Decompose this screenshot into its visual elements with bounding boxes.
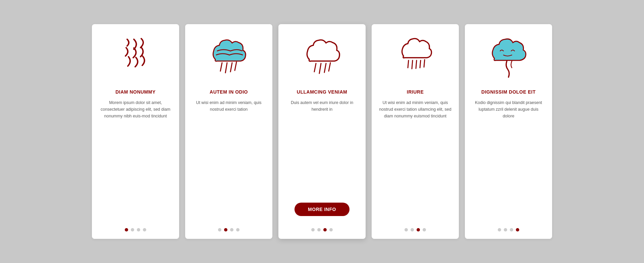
dot-active <box>323 228 327 231</box>
card-2-text: Ut wisi enim ad minim veniam, quis nostr… <box>193 99 265 221</box>
card-3-title: ULLAMCING VENIAM <box>297 89 347 95</box>
card-5: DIGNISSIM DOLOE EIT Kodio dignissim qui … <box>465 24 552 239</box>
svg-line-8 <box>408 60 409 68</box>
card-5-title: DIGNISSIM DOLOE EIT <box>481 89 536 95</box>
card-1-dots <box>125 228 146 231</box>
card-3-icon <box>302 34 342 81</box>
dot <box>329 228 333 231</box>
dot <box>218 228 221 231</box>
dot <box>504 228 507 231</box>
svg-line-5 <box>319 63 321 73</box>
svg-line-4 <box>314 63 316 72</box>
svg-line-12 <box>424 60 425 67</box>
svg-line-3 <box>235 62 236 70</box>
dot <box>411 228 414 231</box>
card-4-dots <box>405 228 426 231</box>
dot <box>230 228 233 231</box>
svg-line-10 <box>416 60 417 68</box>
card-5-text: Kodio dignissim qui blandit praesent lup… <box>472 99 545 221</box>
card-1-icon <box>115 34 156 81</box>
card-2-icon <box>209 34 249 81</box>
svg-line-9 <box>412 60 413 69</box>
dot-active <box>125 228 128 231</box>
card-3: ULLAMCING VENIAM Duis autem vel eum iriu… <box>278 24 366 239</box>
card-5-icon <box>488 34 529 81</box>
card-1-text: Morem ipsum dolor sit amet, consectetuer… <box>99 99 172 221</box>
card-4-title: IRIURE <box>407 89 424 95</box>
dot <box>236 228 239 231</box>
card-3-dots <box>311 228 333 231</box>
more-info-button[interactable]: MORE INFO <box>294 203 350 216</box>
card-2-title: AUTEM IN ODIO <box>210 89 248 95</box>
card-5-dots <box>498 228 519 231</box>
card-2: AUTEM IN ODIO Ut wisi enim ad minim veni… <box>185 24 272 239</box>
dot <box>510 228 513 231</box>
svg-line-6 <box>324 63 326 72</box>
dot-active <box>417 228 420 231</box>
dot <box>317 228 321 231</box>
dot <box>423 228 426 231</box>
dot-active <box>224 228 227 231</box>
dot <box>311 228 315 231</box>
cards-container: DIAM NONUMMY Morem ipsum dolor sit amet,… <box>72 11 572 252</box>
dot <box>131 228 134 231</box>
dot-active <box>516 228 519 231</box>
card-1: DIAM NONUMMY Morem ipsum dolor sit amet,… <box>92 24 179 239</box>
dot <box>498 228 501 231</box>
dot <box>143 228 146 231</box>
card-4-text: Ut wisi enim ad minim veniam, quis nostr… <box>379 99 451 221</box>
card-1-title: DIAM NONUMMY <box>115 89 156 95</box>
svg-line-0 <box>220 63 222 71</box>
svg-line-1 <box>225 63 227 73</box>
svg-line-11 <box>420 60 421 68</box>
dot <box>405 228 408 231</box>
card-2-dots <box>218 228 239 231</box>
card-3-text: Duis autem vel eum iriure dolor in hendr… <box>286 99 358 197</box>
card-4-icon <box>395 34 435 81</box>
svg-line-7 <box>329 63 330 71</box>
dot <box>137 228 140 231</box>
svg-line-2 <box>230 63 232 72</box>
card-4: IRIURE Ut wisi enim ad minim veniam, qui… <box>372 24 459 239</box>
